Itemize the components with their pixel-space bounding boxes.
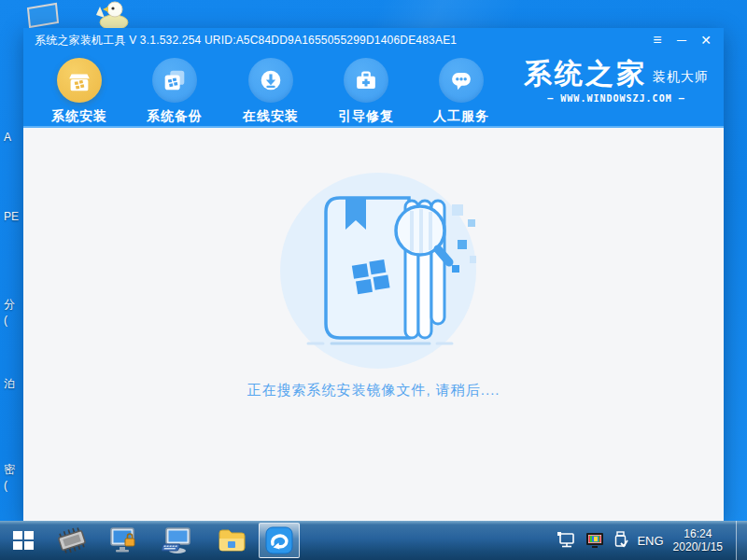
nav-item-system-backup[interactable]: 系统备份 <box>139 58 210 125</box>
nav-item-system-install[interactable]: 系统安装 <box>44 58 115 125</box>
chip-icon <box>57 526 87 554</box>
desktop-icon-label[interactable]: PE <box>4 210 22 223</box>
system-tray: ENG 16:24 2020/1/15 <box>557 521 747 560</box>
app-window: 系统之家装机工具 V 3.1.532.254 URID:A5C84DD9A165… <box>23 28 724 521</box>
window-title: 系统之家装机工具 V 3.1.532.254 URID:A5C84DD9A165… <box>23 33 457 49</box>
nav-label: 系统备份 <box>139 108 210 125</box>
clock-date: 2020/1/15 <box>673 540 723 553</box>
network-icon[interactable] <box>557 531 577 550</box>
nav-item-human-service[interactable]: 人工服务 <box>426 58 497 125</box>
desktop-icon-label[interactable]: 密 <box>4 462 22 478</box>
desktop-icon-label[interactable]: ( <box>4 479 22 492</box>
display-color-icon[interactable] <box>585 531 605 550</box>
desktop-icon-label[interactable]: ( <box>4 314 22 327</box>
taskbar: ENG 16:24 2020/1/15 <box>0 521 747 560</box>
usb-safely-remove-icon[interactable] <box>613 531 629 550</box>
chat-bubble-icon <box>439 58 484 103</box>
show-desktop-button[interactable] <box>736 521 747 560</box>
monitor-keyboard-icon <box>162 526 193 554</box>
desktop-icon-label[interactable]: 分 <box>4 297 22 313</box>
nav-item-online-install[interactable]: 在线安装 <box>235 58 306 125</box>
nav-label: 引导修复 <box>331 108 402 125</box>
status-message: 正在搜索系统安装镜像文件, 请稍后.... <box>23 382 724 399</box>
repair-toolbox-icon <box>344 58 388 103</box>
download-circle-icon <box>248 58 293 103</box>
clock-time: 16:24 <box>673 527 723 540</box>
swirl-app-icon <box>265 526 293 554</box>
start-button[interactable] <box>7 525 39 555</box>
nav-label: 人工服务 <box>426 108 497 125</box>
nav-item-boot-repair[interactable]: 引导修复 <box>331 58 402 125</box>
install-box-icon <box>57 58 102 103</box>
title-bar[interactable]: 系统之家装机工具 V 3.1.532.254 URID:A5C84DD9A165… <box>23 28 724 52</box>
brand-name: 系统之家 <box>524 60 647 88</box>
brand-website: — WWW.WINDOWSZJ.COM — <box>524 93 709 104</box>
brand-badge: 装机大师 <box>653 69 709 88</box>
duck-mascot-icon[interactable] <box>94 0 132 32</box>
nav-label: 在线安装 <box>235 108 306 125</box>
windows-logo-icon <box>11 528 35 553</box>
book-search-illustration <box>280 173 476 369</box>
taskbar-app-zhuangji-tool-active[interactable] <box>259 523 300 558</box>
close-button[interactable]: ✕ <box>694 28 718 52</box>
menu-button[interactable]: ≡ <box>645 28 669 52</box>
nav-label: 系统安装 <box>44 108 115 125</box>
monitor-lock-icon <box>108 526 138 554</box>
minimize-button[interactable]: ─ <box>669 28 694 52</box>
clock[interactable]: 16:24 2020/1/15 <box>673 527 723 553</box>
taskbar-app-screen-lock[interactable] <box>107 525 139 555</box>
main-content: 正在搜索系统安装镜像文件, 请稍后.... <box>23 128 724 521</box>
header-toolbar: 系统安装 系统备份 <box>23 52 724 128</box>
desktop-icon-label[interactable]: A <box>4 131 22 144</box>
taskbar-app-file-explorer[interactable] <box>216 525 247 555</box>
taskbar-app-remote-desktop[interactable] <box>162 525 193 555</box>
backup-copies-icon <box>152 58 197 103</box>
desktop-icon-label[interactable]: 泊 <box>4 376 22 392</box>
brand-logo: 系统之家 装机大师 — WWW.WINDOWSZJ.COM — <box>524 60 709 104</box>
folder-icon <box>217 527 247 553</box>
language-indicator[interactable]: ENG <box>637 534 663 548</box>
taskbar-app-chip[interactable] <box>56 525 88 555</box>
